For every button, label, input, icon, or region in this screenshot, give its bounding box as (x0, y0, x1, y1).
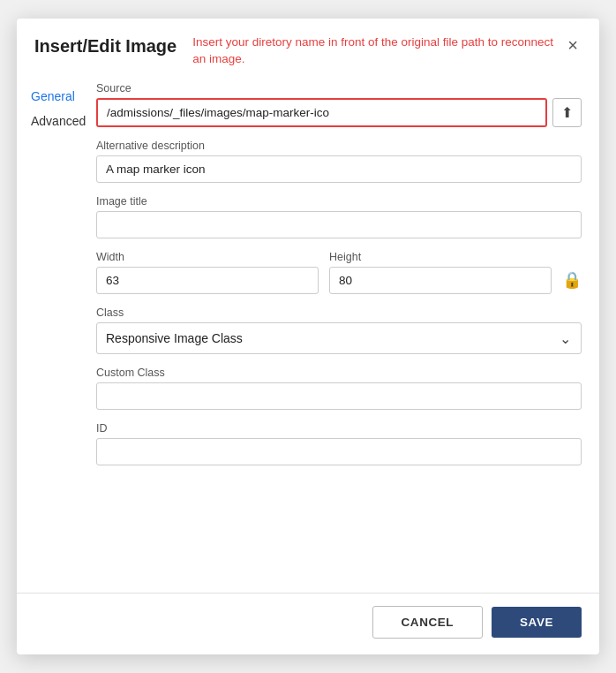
close-button[interactable]: × (564, 36, 582, 54)
source-row: ⬆ (96, 98, 582, 127)
save-button[interactable]: SAVE (492, 607, 582, 638)
width-group: Width (96, 251, 319, 294)
source-field-group: Source ⬆ (96, 82, 582, 127)
insert-edit-image-dialog: Insert/Edit Image Insert your diretory n… (17, 19, 599, 654)
title-label: Image title (96, 195, 582, 208)
sidebar-item-general[interactable]: General (31, 84, 96, 109)
dimensions-row: Width Height 🔒 (96, 251, 582, 294)
height-group: Height (329, 251, 552, 294)
id-field-group: ID (96, 422, 582, 465)
custom-class-field-group: Custom Class (96, 367, 582, 410)
sidebar-item-advanced[interactable]: Advanced (31, 109, 96, 133)
height-input[interactable] (329, 267, 552, 294)
source-input[interactable] (98, 100, 545, 125)
class-field-group: Class Responsive Image Class None ⌄ (96, 306, 582, 354)
source-label: Source (96, 82, 582, 95)
width-input[interactable] (96, 267, 319, 294)
title-field-group: Image title (96, 195, 582, 238)
id-label: ID (96, 422, 582, 435)
dialog-hint: Insert your diretory name in front of th… (192, 34, 557, 68)
dialog-title: Insert/Edit Image (34, 36, 177, 57)
dialog-header: Insert/Edit Image Insert your diretory n… (17, 19, 599, 77)
width-label: Width (96, 251, 319, 263)
upload-icon: ⬆ (561, 104, 573, 121)
sidebar: General Advanced (17, 77, 96, 593)
lock-icon: 🔒 (562, 270, 582, 290)
cancel-button[interactable]: CANCEL (372, 606, 484, 639)
dimensions-field-group: Width Height 🔒 (96, 251, 582, 294)
alt-label: Alternative description (96, 140, 582, 152)
main-content: Source ⬆ Alternative description Image t… (96, 77, 599, 593)
source-input-wrapper (96, 98, 547, 127)
dialog-footer: CANCEL SAVE (17, 593, 599, 654)
height-label: Height (329, 251, 552, 263)
custom-class-input[interactable] (96, 382, 582, 410)
dialog-body: General Advanced Source ⬆ (17, 77, 599, 593)
class-select-wrapper: Responsive Image Class None ⌄ (96, 322, 582, 354)
alt-field-group: Alternative description (96, 140, 582, 183)
id-input[interactable] (96, 438, 582, 465)
title-input[interactable] (96, 211, 582, 238)
class-label: Class (96, 306, 582, 319)
class-select[interactable]: Responsive Image Class None (96, 322, 582, 354)
upload-button[interactable]: ⬆ (552, 98, 582, 127)
alt-input[interactable] (96, 155, 582, 183)
custom-class-label: Custom Class (96, 367, 582, 379)
